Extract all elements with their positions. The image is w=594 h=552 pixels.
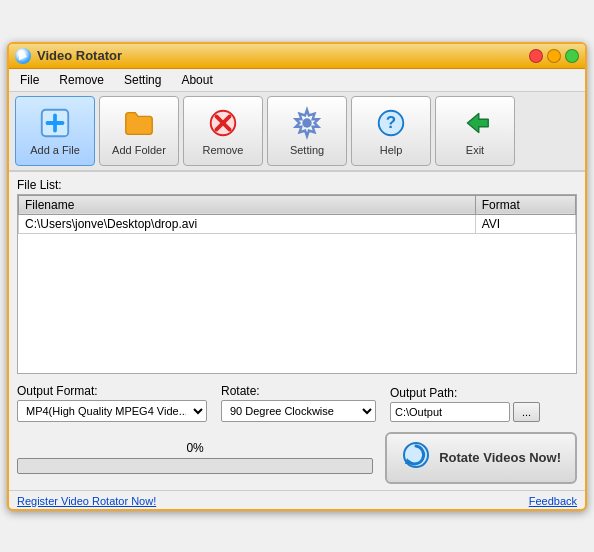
toolbar: Add a File Add Folder Remove (9, 92, 585, 172)
browse-button[interactable]: ... (513, 402, 540, 422)
rotate-group: Rotate: 90 Degree Clockwise (221, 384, 376, 422)
rotate-now-button[interactable]: Rotate Videos Now! (385, 432, 577, 484)
add-folder-button[interactable]: Add Folder (99, 96, 179, 166)
exit-icon (457, 105, 493, 141)
menu-file[interactable]: File (17, 71, 42, 89)
menu-setting[interactable]: Setting (121, 71, 164, 89)
progress-bar-container (17, 458, 373, 474)
file-list-area[interactable]: Filename Format C:\Users\jonve\Desktop\d… (17, 194, 577, 374)
output-path-row: ... (390, 402, 540, 422)
close-button[interactable] (529, 49, 543, 63)
menu-bar: File Remove Setting About (9, 69, 585, 92)
rotate-btn-container: Rotate Videos Now! (385, 432, 577, 484)
output-path-group: Output Path: ... (390, 386, 540, 422)
help-button[interactable]: ? Help (351, 96, 431, 166)
remove-button[interactable]: Remove (183, 96, 263, 166)
help-label: Help (380, 144, 403, 156)
add-folder-label: Add Folder (112, 144, 166, 156)
cell-filename: C:\Users\jonve\Desktop\drop.avi (19, 214, 476, 233)
progress-section: 0% (17, 441, 373, 474)
setting-icon (289, 105, 325, 141)
remove-icon (205, 105, 241, 141)
rotate-select[interactable]: 90 Degree Clockwise (221, 400, 376, 422)
feedback-link[interactable]: Feedback (529, 495, 577, 507)
rotate-btn-icon (401, 440, 431, 476)
app-icon: ▶ (15, 48, 31, 64)
exit-label: Exit (466, 144, 484, 156)
footer: Register Video Rotator Now! Feedback (9, 490, 585, 509)
title-bar: ▶ Video Rotator (9, 44, 585, 69)
svg-text:?: ? (386, 113, 396, 132)
cell-format: AVI (475, 214, 575, 233)
title-bar-left: ▶ Video Rotator (15, 48, 122, 64)
bottom-section: Output Format: MP4(High Quality MPEG4 Vi… (9, 378, 585, 490)
add-folder-icon (121, 105, 157, 141)
col-format: Format (475, 195, 575, 214)
output-path-input[interactable] (390, 402, 510, 422)
output-row: Output Format: MP4(High Quality MPEG4 Vi… (17, 384, 577, 422)
col-filename: Filename (19, 195, 476, 214)
table-row[interactable]: C:\Users\jonve\Desktop\drop.avi AVI (19, 214, 576, 233)
menu-remove[interactable]: Remove (56, 71, 107, 89)
minimize-button[interactable] (547, 49, 561, 63)
output-format-group: Output Format: MP4(High Quality MPEG4 Vi… (17, 384, 207, 422)
file-list-label: File List: (17, 178, 577, 192)
output-path-label: Output Path: (390, 386, 540, 400)
register-link[interactable]: Register Video Rotator Now! (17, 495, 156, 507)
file-table: Filename Format C:\Users\jonve\Desktop\d… (18, 195, 576, 234)
maximize-button[interactable] (565, 49, 579, 63)
exit-button[interactable]: Exit (435, 96, 515, 166)
help-icon: ? (373, 105, 409, 141)
main-window: ▶ Video Rotator File Remove Setting Abou… (7, 42, 587, 511)
action-row: 0% Rotate Videos Now! (17, 432, 577, 484)
add-file-icon (37, 105, 73, 141)
window-title: Video Rotator (37, 48, 122, 63)
output-format-label: Output Format: (17, 384, 207, 398)
progress-percent: 0% (186, 441, 203, 455)
remove-label: Remove (203, 144, 244, 156)
output-format-select[interactable]: MP4(High Quality MPEG4 Vide... (17, 400, 207, 422)
title-buttons (529, 49, 579, 63)
svg-point-7 (303, 119, 311, 127)
add-file-label: Add a File (30, 144, 80, 156)
rotate-btn-label: Rotate Videos Now! (439, 450, 561, 465)
menu-about[interactable]: About (178, 71, 215, 89)
setting-label: Setting (290, 144, 324, 156)
rotate-label: Rotate: (221, 384, 376, 398)
setting-button[interactable]: Setting (267, 96, 347, 166)
svg-marker-10 (467, 114, 488, 133)
file-list-section: File List: Filename Format C:\Users\jonv… (17, 178, 577, 374)
add-file-button[interactable]: Add a File (15, 96, 95, 166)
